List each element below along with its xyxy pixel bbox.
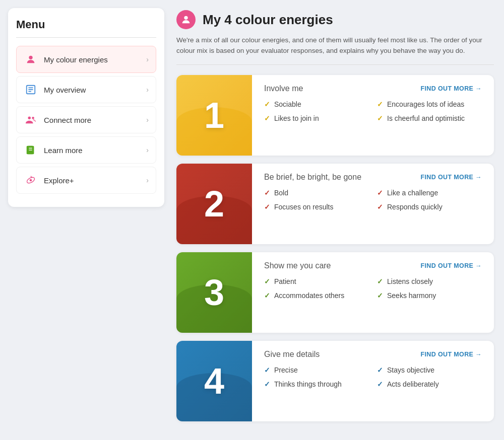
- energy-card-4: 4 Give me details FIND OUT MORE → ✓ Prec…: [176, 341, 494, 421]
- check-icon: ✓: [377, 380, 383, 388]
- sidebar-item-my-colour-energies[interactable]: My colour energies ›: [16, 46, 156, 73]
- traits-grid-4: ✓ Precise ✓ Stays objective ✓ Thinks thi…: [264, 366, 482, 388]
- traits-grid-3: ✓ Patient ✓ Listens closely ✓ Accommodat…: [264, 277, 482, 300]
- chevron-icon-learn-more: ›: [146, 146, 149, 154]
- sidebar-icon-my-colour-energies: [24, 52, 38, 66]
- chevron-icon-connect-more: ›: [146, 116, 149, 124]
- energy-name-3: Show me you care: [264, 261, 331, 270]
- energies-list: 1 Involve me FIND OUT MORE → ✓ Sociable …: [176, 75, 494, 421]
- find-out-more-link-4[interactable]: FIND OUT MORE →: [420, 351, 482, 358]
- sidebar-label-my-overview: My overview: [44, 86, 86, 94]
- check-icon: ✓: [377, 277, 383, 285]
- trait-label: Is cheerful and optimistic: [387, 114, 465, 122]
- traits-grid-2: ✓ Bold ✓ Like a challenge ✓ Focuses on r…: [264, 189, 482, 211]
- svg-point-6: [32, 117, 34, 119]
- trait: ✓ Responds quickly: [377, 203, 482, 211]
- check-icon: ✓: [264, 203, 270, 211]
- trait-label: Stays objective: [387, 366, 434, 374]
- chevron-icon-my-overview: ›: [146, 86, 149, 94]
- trait: ✓ Accommodates others: [264, 291, 369, 300]
- trait: ✓ Precise: [264, 366, 369, 374]
- trait: ✓ Sociable: [264, 100, 369, 108]
- trait-label: Like a challenge: [387, 189, 438, 197]
- trait-label: Thinks things through: [274, 380, 342, 388]
- person-icon: [180, 14, 192, 25]
- sidebar-label-my-colour-energies: My colour energies: [44, 55, 108, 64]
- energy-name-2: Be brief, be bright, be gone: [264, 173, 361, 182]
- energy-card-1: 1 Involve me FIND OUT MORE → ✓ Sociable …: [176, 75, 494, 156]
- trait-label: Focuses on results: [274, 203, 334, 211]
- chevron-icon-my-colour-energies: ›: [146, 55, 149, 63]
- energy-content-3: Show me you care FIND OUT MORE → ✓ Patie…: [252, 252, 494, 333]
- trait: ✓ Bold: [264, 189, 369, 197]
- energy-header-1: Involve me FIND OUT MORE →: [264, 84, 482, 93]
- trait: ✓ Thinks things through: [264, 380, 369, 388]
- energy-number-1: 1: [204, 95, 224, 136]
- energy-header-3: Show me you care FIND OUT MORE →: [264, 261, 482, 270]
- svg-point-0: [29, 56, 32, 59]
- trait-label: Responds quickly: [387, 203, 443, 211]
- trait: ✓ Seeks harmony: [377, 291, 482, 300]
- energy-header-2: Be brief, be bright, be gone FIND OUT MO…: [264, 173, 482, 182]
- sidebar-item-my-overview[interactable]: My overview ›: [16, 76, 156, 103]
- trait-label: Encourages lots of ideas: [387, 100, 464, 108]
- energy-content-1: Involve me FIND OUT MORE → ✓ Sociable ✓ …: [252, 75, 494, 156]
- trait: ✓ Acts deliberately: [377, 380, 482, 388]
- chevron-icon-explore-plus: ›: [146, 176, 149, 184]
- sidebar-icon-explore-plus: [24, 173, 38, 187]
- energy-card-2: 2 Be brief, be bright, be gone FIND OUT …: [176, 164, 494, 244]
- page-header: My 4 colour energies: [176, 10, 494, 29]
- main-content: My 4 colour energies We're a mix of all …: [164, 0, 504, 440]
- check-icon: ✓: [264, 277, 270, 285]
- trait-label: Accommodates others: [274, 291, 344, 300]
- trait-label: Precise: [274, 366, 298, 374]
- check-icon: ✓: [377, 366, 383, 374]
- trait: ✓ Is cheerful and optimistic: [377, 114, 482, 122]
- sidebar-label-connect-more: Connect more: [44, 116, 91, 124]
- sidebar-icon-connect-more: [24, 113, 38, 127]
- check-icon: ✓: [264, 189, 270, 197]
- trait-label: Sociable: [274, 100, 301, 108]
- trait-label: Bold: [274, 189, 288, 197]
- svg-point-12: [30, 179, 32, 182]
- energy-name-4: Give me details: [264, 350, 320, 359]
- trait: ✓ Like a challenge: [377, 189, 482, 197]
- find-out-more-link-3[interactable]: FIND OUT MORE →: [420, 262, 482, 269]
- trait-label: Seeks harmony: [387, 291, 436, 300]
- sidebar-label-learn-more: Learn more: [44, 146, 83, 155]
- sidebar-label-explore-plus: Explore+: [44, 176, 74, 185]
- energy-badge-3: 3: [176, 252, 252, 333]
- check-icon: ✓: [377, 100, 383, 108]
- trait: ✓ Focuses on results: [264, 203, 369, 211]
- sidebar-icon-learn-more: [24, 143, 38, 157]
- page-header-icon: [176, 10, 196, 29]
- energy-number-2: 2: [204, 183, 224, 225]
- check-icon: ✓: [264, 380, 270, 388]
- trait: ✓ Stays objective: [377, 366, 482, 374]
- energy-badge-4: 4: [176, 341, 252, 421]
- find-out-more-link-1[interactable]: FIND OUT MORE →: [420, 85, 482, 92]
- sidebar-item-learn-more[interactable]: Learn more ›: [16, 136, 156, 164]
- svg-point-14: [184, 16, 187, 20]
- check-icon: ✓: [377, 291, 383, 300]
- energy-header-4: Give me details FIND OUT MORE →: [264, 350, 482, 359]
- traits-grid-1: ✓ Sociable ✓ Encourages lots of ideas ✓ …: [264, 100, 482, 122]
- trait-label: Likes to join in: [274, 114, 319, 122]
- check-icon: ✓: [264, 114, 270, 122]
- sidebar-item-connect-more[interactable]: Connect more ›: [16, 106, 156, 133]
- energy-card-3: 3 Show me you care FIND OUT MORE → ✓ Pat…: [176, 252, 494, 333]
- trait: ✓ Encourages lots of ideas: [377, 100, 482, 108]
- energy-content-2: Be brief, be bright, be gone FIND OUT MO…: [252, 164, 494, 244]
- check-icon: ✓: [264, 366, 270, 374]
- trait: ✓ Patient: [264, 277, 369, 285]
- trait-label: Acts deliberately: [387, 380, 439, 388]
- check-icon: ✓: [377, 203, 383, 211]
- sidebar-item-explore-plus[interactable]: Explore+ ›: [16, 167, 156, 194]
- check-icon: ✓: [264, 100, 270, 108]
- find-out-more-link-2[interactable]: FIND OUT MORE →: [420, 174, 482, 181]
- sidebar: Menu My colour energies › My overview ›: [8, 8, 164, 207]
- page-title: My 4 colour energies: [203, 12, 333, 28]
- energy-content-4: Give me details FIND OUT MORE → ✓ Precis…: [252, 341, 494, 421]
- check-icon: ✓: [264, 291, 270, 300]
- trait-label: Patient: [274, 277, 296, 285]
